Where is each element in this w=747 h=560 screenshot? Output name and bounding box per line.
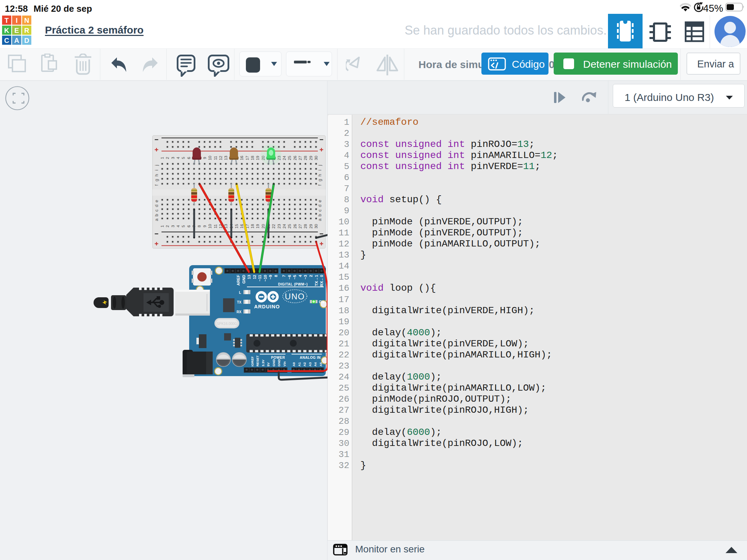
svg-text:9: 9: [203, 157, 207, 159]
svg-text:30: 30: [314, 224, 318, 228]
svg-text:22: 22: [271, 224, 276, 228]
svg-text:11: 11: [213, 156, 218, 160]
svg-text:13: 13: [247, 275, 251, 279]
svg-text:~11: ~11: [258, 274, 262, 281]
svg-text:UNO: UNO: [285, 292, 305, 301]
svg-text:R: R: [24, 27, 29, 34]
svg-text:30: 30: [314, 156, 318, 160]
svg-text:ARDUINO: ARDUINO: [254, 304, 280, 309]
svg-text:12: 12: [252, 275, 257, 279]
svg-text:28: 28: [303, 156, 307, 160]
svg-text:17: 17: [245, 156, 249, 160]
svg-text:A4: A4: [313, 362, 317, 366]
svg-text:K: K: [4, 27, 9, 34]
svg-text:ANALOG IN: ANALOG IN: [300, 356, 321, 360]
svg-text:RESET: RESET: [256, 355, 259, 366]
svg-text:11: 11: [213, 224, 218, 228]
svg-text:8: 8: [197, 225, 201, 227]
svg-text:6: 6: [187, 225, 191, 227]
svg-text:A0: A0: [292, 362, 296, 366]
svg-text:TX: TX: [237, 300, 241, 304]
svg-text:15: 15: [234, 224, 239, 228]
svg-text:i: i: [317, 170, 322, 171]
svg-text:RX←0: RX←0: [320, 275, 324, 287]
svg-text:8: 8: [274, 274, 278, 277]
svg-text:20: 20: [261, 224, 265, 228]
svg-text:19: 19: [256, 224, 260, 228]
svg-text:~6: ~6: [287, 275, 292, 279]
svg-text:6: 6: [187, 157, 191, 159]
svg-text:3: 3: [171, 225, 175, 227]
svg-text:~9: ~9: [268, 275, 273, 279]
svg-text:16: 16: [240, 224, 244, 228]
svg-text:RX: RX: [237, 310, 241, 314]
svg-text:N: N: [24, 17, 29, 24]
svg-text:a: a: [317, 218, 322, 221]
svg-text:ON: ON: [319, 300, 324, 304]
svg-text:23: 23: [277, 224, 281, 228]
svg-text:26: 26: [293, 224, 297, 228]
svg-text:4: 4: [176, 157, 180, 159]
svg-text:A2: A2: [303, 362, 306, 366]
svg-text:c: c: [317, 209, 322, 212]
svg-text:27: 27: [298, 224, 302, 228]
svg-text:9: 9: [203, 225, 207, 227]
svg-text:d: d: [317, 205, 322, 207]
svg-text:29: 29: [309, 224, 313, 228]
svg-text:18: 18: [250, 224, 255, 228]
svg-text:E: E: [15, 27, 19, 34]
svg-text:GND: GND: [272, 359, 276, 366]
svg-text:e: e: [154, 200, 159, 202]
svg-text:f: f: [154, 184, 159, 186]
svg-text:c: c: [154, 209, 159, 212]
svg-text:2: 2: [165, 157, 169, 159]
svg-text:I: I: [16, 17, 18, 24]
svg-text:j: j: [317, 165, 322, 166]
svg-text:4: 4: [298, 274, 302, 277]
svg-text:1: 1: [160, 225, 164, 227]
svg-text:GND: GND: [242, 275, 246, 284]
svg-text:5: 5: [181, 157, 185, 159]
svg-text:Vin: Vin: [283, 361, 286, 366]
svg-text:29: 29: [309, 156, 313, 160]
svg-text:A3: A3: [308, 362, 312, 366]
svg-text:24: 24: [282, 156, 286, 160]
svg-text:L: L: [239, 291, 241, 295]
svg-text:12: 12: [219, 156, 223, 160]
svg-text:h: h: [154, 174, 159, 176]
svg-text:~5: ~5: [293, 274, 297, 279]
svg-text:28: 28: [303, 224, 307, 228]
svg-text:26: 26: [293, 156, 297, 160]
svg-text:19: 19: [256, 156, 260, 160]
svg-text:16: 16: [240, 156, 244, 160]
svg-text:POWER: POWER: [271, 356, 285, 360]
svg-text:10: 10: [208, 156, 212, 160]
svg-text:5V: 5V: [266, 362, 270, 366]
svg-text:13: 13: [224, 156, 228, 160]
svg-text:~10: ~10: [263, 275, 267, 282]
svg-text:i: i: [154, 170, 159, 171]
svg-text:d: d: [154, 205, 159, 207]
svg-text:f: f: [317, 184, 322, 186]
svg-text:b: b: [317, 214, 322, 216]
svg-text:27: 27: [298, 156, 302, 160]
svg-text:IOREF: IOREF: [250, 356, 254, 366]
svg-text:b: b: [154, 214, 159, 216]
svg-text:5: 5: [181, 225, 185, 227]
svg-text:A1: A1: [297, 362, 301, 366]
svg-text:a: a: [154, 218, 159, 221]
svg-text:1: 1: [160, 157, 164, 159]
svg-text:h: h: [317, 174, 322, 176]
svg-text:25: 25: [287, 156, 292, 160]
svg-text:e: e: [317, 200, 322, 202]
svg-text:TX→1: TX→1: [314, 274, 319, 286]
svg-text:DIGITAL (PWM~): DIGITAL (PWM~): [278, 282, 308, 286]
svg-text:A: A: [14, 37, 19, 44]
svg-text:3.3V: 3.3V: [261, 360, 265, 366]
svg-text:10: 10: [208, 224, 212, 228]
svg-text:g: g: [154, 179, 159, 181]
svg-text:24: 24: [282, 224, 286, 228]
svg-text:T: T: [4, 17, 9, 24]
svg-text:4: 4: [176, 225, 180, 227]
svg-text:SPK16.000G: SPK16.000G: [217, 322, 237, 326]
